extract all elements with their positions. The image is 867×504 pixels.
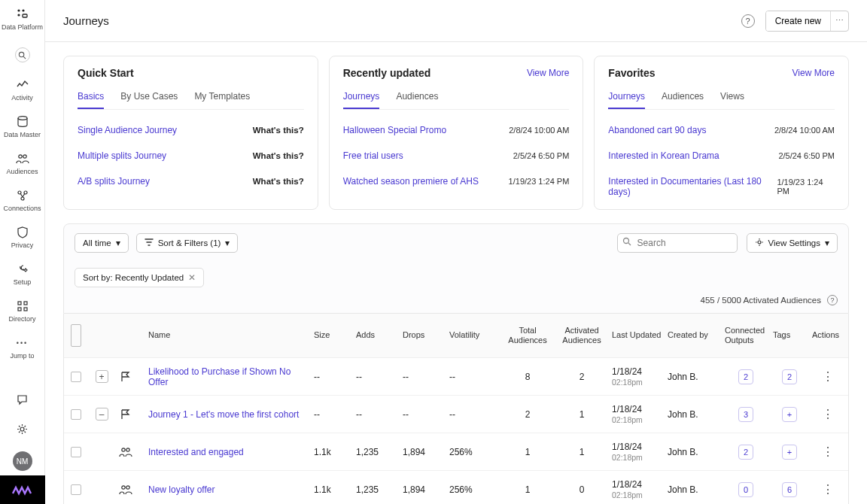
col-connected-outputs[interactable]: Connected Outputs — [722, 315, 770, 356]
col-adds[interactable]: Adds — [353, 320, 400, 351]
col-last-updated[interactable]: Last Updated — [609, 320, 665, 351]
row-actions[interactable]: ⋮ — [809, 363, 847, 390]
chip-label: Sort by: Recently Updated — [83, 273, 184, 282]
link[interactable]: Free trial users — [343, 150, 403, 161]
link[interactable]: A/B splits Journey — [78, 176, 150, 187]
svg-line-18 — [628, 243, 631, 245]
list-item[interactable]: Halloween Special Promo2/8/24 10:00 AM — [343, 117, 570, 143]
sidebar-item-directory[interactable]: Directory — [0, 299, 44, 323]
list-item[interactable]: Free trial users2/5/24 6:50 PM — [343, 143, 570, 169]
whats-this[interactable]: What's this? — [253, 177, 304, 186]
close-icon[interactable]: ✕ — [188, 272, 196, 283]
audience-icon — [118, 482, 133, 497]
col-actions: Actions — [809, 320, 847, 351]
sort-filters[interactable]: Sort & Filters (1) ▾ — [136, 233, 239, 253]
brand-logo[interactable] — [0, 475, 45, 504]
tab-by-use-cases[interactable]: By Use Cases — [120, 87, 178, 109]
sidebar-item-data-master[interactable]: Data Master — [0, 115, 44, 138]
row-checkbox[interactable] — [71, 409, 81, 420]
outputs-badge[interactable]: 0 — [738, 482, 753, 497]
list-item[interactable]: Interested in Documentaries (Last 180 da… — [608, 169, 835, 205]
list-item[interactable]: Watched season premiere of AHS1/19/23 1:… — [343, 169, 570, 194]
sidebar-item-activity[interactable]: Activity — [0, 78, 44, 102]
sidebar-item-jump-to[interactable]: ••• Jump to — [0, 336, 44, 360]
sidebar-label: Data Master — [4, 131, 41, 138]
row-actions[interactable]: ⋮ — [809, 401, 847, 427]
tab-basics[interactable]: Basics — [78, 87, 104, 109]
search-input[interactable] — [617, 233, 738, 253]
sidebar-item-audiences[interactable]: Audiences — [0, 152, 44, 175]
tab-my-templates[interactable]: My Templates — [194, 87, 250, 109]
whats-this[interactable]: What's this? — [253, 126, 304, 135]
outputs-badge[interactable]: 3 — [738, 407, 753, 422]
row-actions[interactable]: ⋮ — [809, 439, 847, 465]
create-new-button[interactable]: Create new — [766, 11, 830, 31]
col-created-by[interactable]: Created by — [665, 320, 722, 351]
sidebar-settings[interactable] — [0, 422, 44, 438]
active-chip[interactable]: Sort by: Recently Updated ✕ — [75, 268, 204, 287]
create-new-more-button[interactable]: ⋯ — [830, 11, 848, 31]
expand-toggle[interactable]: + — [96, 370, 108, 383]
time-filter[interactable]: All time ▾ — [75, 233, 129, 253]
row-checkbox[interactable] — [71, 447, 81, 457]
list-item[interactable]: Interested in Korean Drama2/5/24 6:50 PM — [608, 143, 835, 169]
journeys-table: Name Size Adds Drops Volatility Total Au… — [63, 314, 849, 504]
tags-badge[interactable]: 2 — [782, 369, 797, 384]
row-actions[interactable]: ⋮ — [809, 476, 847, 502]
tags-badge[interactable]: + — [782, 445, 797, 460]
tab-audiences[interactable]: Audiences — [396, 87, 438, 109]
tab-audiences[interactable]: Audiences — [662, 87, 704, 109]
sidebar-feedback[interactable] — [0, 393, 44, 408]
link[interactable]: Watched season premiere of AHS — [343, 176, 479, 187]
link[interactable]: Interested in Korean Drama — [608, 150, 719, 161]
link[interactable]: Abandoned cart 90 days — [608, 125, 706, 135]
outputs-badge[interactable]: 2 — [738, 369, 753, 384]
link[interactable]: Single Audience Journey — [78, 125, 177, 135]
view-more-link[interactable]: View More — [527, 68, 569, 78]
row-name-link[interactable]: Journey 1 - Let's move the first cohort — [148, 409, 299, 420]
outputs-badge[interactable]: 2 — [738, 445, 753, 460]
col-drops[interactable]: Drops — [400, 320, 446, 351]
col-total-audiences[interactable]: Total Audiences — [500, 315, 555, 356]
help-icon[interactable]: ? — [741, 14, 755, 28]
sidebar-item-setup[interactable]: Setup — [0, 263, 44, 286]
view-more-link[interactable]: View More — [792, 68, 835, 78]
tab-journeys[interactable]: Journeys — [608, 87, 645, 109]
info-icon[interactable]: ? — [827, 295, 838, 305]
link[interactable]: Halloween Special Promo — [343, 125, 446, 135]
whats-this[interactable]: What's this? — [253, 151, 304, 160]
row-name-link[interactable]: New loyalty offer — [148, 484, 214, 495]
row-name-link[interactable]: Likelihood to Purchase if Shown No Offer — [148, 366, 291, 387]
col-size[interactable]: Size — [311, 320, 353, 351]
col-activated-audiences[interactable]: Activated Audiences — [555, 315, 609, 356]
tags-badge[interactable]: + — [782, 407, 797, 422]
list-item[interactable]: Single Audience JourneyWhat's this? — [78, 117, 304, 143]
row-checkbox[interactable] — [71, 372, 81, 382]
row-name-link[interactable]: Interested and engaged — [148, 447, 244, 457]
activity-icon — [16, 78, 29, 92]
col-volatility[interactable]: Volatility — [446, 320, 500, 351]
cell-drops: -- — [400, 403, 446, 426]
tab-journeys[interactable]: Journeys — [343, 87, 380, 109]
expand-toggle[interactable]: – — [96, 408, 108, 421]
sidebar-item-privacy[interactable]: Privacy — [0, 226, 44, 249]
avatar[interactable]: NM — [13, 451, 32, 471]
col-name[interactable]: Name — [145, 320, 311, 351]
sidebar-search[interactable] — [0, 47, 44, 65]
sidebar-item-connections[interactable]: Connections — [0, 189, 44, 212]
gear-icon — [755, 238, 764, 248]
search-icon — [15, 47, 30, 62]
tags-badge[interactable]: 6 — [782, 482, 797, 497]
list-item[interactable]: Multiple splits JourneyWhat's this? — [78, 143, 304, 169]
cell-created-by: John B. — [665, 403, 722, 426]
view-settings[interactable]: View Settings ▾ — [747, 233, 838, 253]
select-all-checkbox[interactable] — [71, 324, 81, 347]
sidebar-item-data-platform[interactable]: Data Platform — [0, 8, 44, 31]
list-item[interactable]: Abandoned cart 90 days2/8/24 10:00 AM — [608, 117, 835, 143]
link[interactable]: Interested in Documentaries (Last 180 da… — [608, 176, 777, 197]
tab-views[interactable]: Views — [720, 87, 744, 109]
link[interactable]: Multiple splits Journey — [78, 150, 166, 161]
row-checkbox[interactable] — [71, 484, 81, 495]
col-tags[interactable]: Tags — [770, 320, 809, 351]
list-item[interactable]: A/B splits JourneyWhat's this? — [78, 169, 304, 194]
